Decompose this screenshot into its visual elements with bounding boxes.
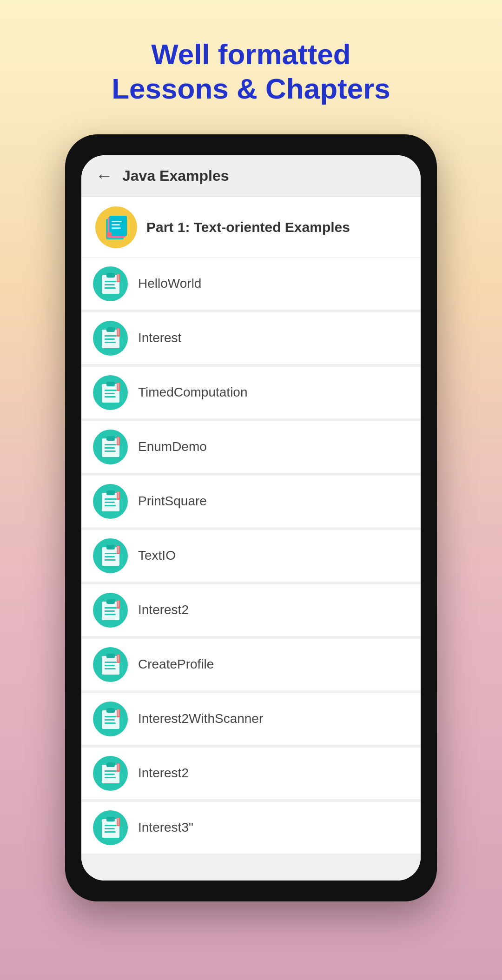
svg-rect-18 — [105, 342, 116, 343]
svg-rect-71 — [106, 762, 115, 767]
book-icon — [102, 213, 130, 241]
lesson-icon — [93, 484, 128, 519]
page-title-line1: Well formatted — [112, 37, 390, 72]
svg-rect-29 — [106, 436, 115, 441]
svg-rect-66 — [105, 719, 115, 721]
lesson-name: Interest2WithScanner — [138, 711, 263, 726]
page-title-area: Well formatted Lessons & Chapters — [112, 37, 390, 106]
part-title: Part 1: Text-oriented Examples — [146, 218, 350, 236]
lesson-icon — [93, 756, 128, 791]
lesson-name: CreateProfile — [138, 657, 214, 672]
toolbar: ← Java Examples — [81, 155, 421, 197]
list-item[interactable]: Interest2 — [81, 584, 421, 636]
part-header: Part 1: Text-oriented Examples — [81, 197, 421, 258]
lesson-icon — [93, 702, 128, 736]
list-item[interactable]: CreateProfile — [81, 639, 421, 690]
list-item[interactable]: Interest2WithScanner — [81, 693, 421, 745]
svg-rect-79 — [105, 825, 117, 826]
phone-mockup: ← Java Examples Part — [65, 134, 437, 901]
svg-rect-39 — [105, 505, 116, 506]
lesson-name: TextIO — [138, 548, 176, 563]
svg-rect-73 — [105, 774, 115, 775]
svg-rect-5 — [112, 227, 121, 229]
list-item[interactable]: EnumDemo — [81, 421, 421, 473]
svg-rect-36 — [106, 490, 115, 495]
svg-rect-31 — [105, 447, 115, 449]
lesson-icon — [93, 266, 128, 301]
svg-rect-80 — [105, 828, 115, 829]
svg-rect-45 — [105, 556, 115, 557]
list-item[interactable]: Interest3" — [81, 802, 421, 854]
svg-rect-16 — [105, 335, 117, 337]
list-item[interactable]: Interest2 — [81, 748, 421, 799]
svg-rect-50 — [106, 599, 115, 604]
svg-rect-58 — [105, 662, 117, 663]
svg-rect-78 — [106, 817, 115, 821]
svg-rect-17 — [105, 338, 115, 340]
svg-rect-81 — [105, 831, 116, 833]
list-item[interactable]: PrintSquare — [81, 476, 421, 527]
lesson-name: TimedComputation — [138, 385, 248, 400]
back-button[interactable]: ← — [95, 167, 113, 185]
phone-screen: ← Java Examples Part — [81, 155, 421, 881]
list-item[interactable]: TextIO — [81, 530, 421, 582]
svg-rect-43 — [106, 545, 115, 550]
svg-rect-3 — [112, 221, 122, 222]
svg-rect-67 — [105, 722, 116, 724]
lesson-name: PrintSquare — [138, 494, 207, 509]
lesson-icon — [93, 375, 128, 410]
svg-rect-53 — [105, 614, 116, 615]
svg-rect-10 — [105, 284, 115, 285]
lesson-name: Interest — [138, 331, 181, 345]
svg-rect-4 — [112, 224, 120, 225]
svg-rect-72 — [105, 770, 117, 772]
lesson-name: Interest2 — [138, 766, 189, 781]
list-item[interactable]: Interest — [81, 312, 421, 364]
svg-rect-59 — [105, 665, 115, 666]
svg-rect-11 — [105, 287, 116, 289]
svg-rect-46 — [105, 559, 116, 561]
lesson-name: Interest3" — [138, 820, 193, 835]
svg-rect-60 — [105, 668, 116, 669]
toolbar-title: Java Examples — [122, 167, 229, 185]
lesson-icon — [93, 430, 128, 464]
lesson-icon — [93, 810, 128, 845]
svg-rect-52 — [105, 610, 115, 612]
lesson-name: HelloWorld — [138, 276, 201, 291]
svg-rect-74 — [105, 777, 116, 778]
svg-rect-24 — [105, 393, 115, 394]
svg-rect-65 — [105, 716, 117, 717]
svg-rect-64 — [106, 708, 115, 713]
svg-rect-30 — [105, 444, 117, 445]
lesson-icon — [93, 538, 128, 573]
svg-rect-51 — [105, 607, 117, 609]
list-item[interactable]: HelloWorld — [81, 258, 421, 310]
lesson-name: Interest2 — [138, 603, 189, 617]
lesson-icon — [93, 593, 128, 628]
svg-rect-8 — [106, 273, 115, 278]
svg-rect-44 — [105, 553, 117, 554]
svg-rect-38 — [105, 502, 115, 503]
lesson-list: HelloWorld Interest — [81, 258, 421, 881]
lesson-name: EnumDemo — [138, 439, 207, 454]
svg-rect-57 — [106, 654, 115, 658]
svg-rect-9 — [105, 281, 117, 282]
page-title-line2: Lessons & Chapters — [112, 72, 390, 106]
part-icon — [95, 206, 137, 248]
lesson-icon — [93, 647, 128, 682]
list-item[interactable]: TimedComputation — [81, 367, 421, 418]
svg-rect-22 — [106, 382, 115, 386]
svg-rect-37 — [105, 498, 117, 500]
svg-rect-23 — [105, 390, 117, 391]
svg-rect-32 — [105, 450, 116, 452]
svg-rect-2 — [109, 216, 127, 236]
svg-rect-25 — [105, 396, 116, 397]
svg-rect-15 — [106, 327, 115, 332]
lesson-icon — [93, 321, 128, 356]
